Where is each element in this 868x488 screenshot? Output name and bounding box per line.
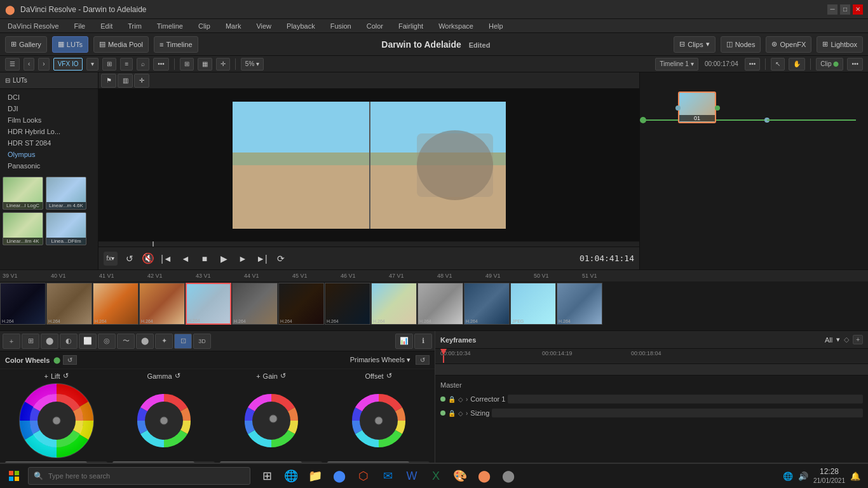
search-input[interactable] <box>48 472 245 480</box>
lift-wheel[interactable] <box>18 383 95 459</box>
pointer-tool[interactable]: ↖ <box>771 58 785 71</box>
loop-button[interactable]: ↺ <box>123 252 137 266</box>
clip-46[interactable]: H.264 <box>325 283 370 325</box>
start-button[interactable] <box>3 464 25 487</box>
clips-button[interactable]: ⊟ Clips ▾ <box>674 36 715 53</box>
color-tracker-button[interactable]: ◎ <box>98 334 116 349</box>
menu-clip[interactable]: Clip <box>196 21 213 31</box>
more-options-button[interactable]: ••• <box>153 58 169 71</box>
offset-wheel[interactable] <box>341 383 417 459</box>
color-resize-button[interactable]: ⊡ <box>174 334 192 349</box>
color-key-button[interactable]: ⬤ <box>136 334 154 349</box>
lut-item-hdr-st[interactable]: HDR ST 2084 <box>0 137 98 149</box>
davinciresolvebig-icon[interactable]: ⬤ <box>473 464 496 487</box>
vfx-io-label[interactable]: VFX IO <box>53 58 83 71</box>
color-window-button[interactable]: ⬜ <box>79 334 97 349</box>
zoom-level[interactable]: 5% ▾ <box>241 58 264 71</box>
word-icon[interactable]: W <box>400 464 423 487</box>
viewer-overlay-button[interactable]: ✛ <box>134 74 149 88</box>
search-button[interactable]: ⌕ <box>137 58 149 71</box>
step-forward-button[interactable]: ► <box>236 252 250 266</box>
kf-expand-icon[interactable]: › <box>466 396 468 403</box>
viewer-transform-button[interactable]: ✛ <box>216 58 230 71</box>
viewer-scrubber[interactable] <box>98 241 639 247</box>
color-qualify-button[interactable]: ◐ <box>60 334 78 349</box>
viewer-tools-button[interactable]: ⊞ <box>180 58 194 71</box>
forward-button[interactable]: › <box>38 58 49 71</box>
paint-icon[interactable]: 🎨 <box>449 464 471 487</box>
task-view-button[interactable]: ⊞ <box>255 464 278 487</box>
clip-40[interactable]: H.264 <box>46 283 92 325</box>
color-curves-button[interactable]: 〜 <box>117 334 135 349</box>
viewer-extra-more[interactable]: ••• <box>847 58 863 71</box>
color-scope-button[interactable]: 📊 <box>395 334 413 349</box>
lift-add-icon[interactable]: + <box>44 372 48 380</box>
color-blur-button[interactable]: ✦ <box>155 334 173 349</box>
clip-51[interactable]: H.264 <box>557 283 602 325</box>
lut-thumb-4[interactable]: Linea...DFilm <box>46 212 86 245</box>
gamma-wheel[interactable] <box>126 383 202 459</box>
gamma-reset-icon[interactable]: ↺ <box>175 372 180 380</box>
color-grab-button[interactable]: ⊞ <box>22 334 39 349</box>
notification-icon[interactable]: 🔔 <box>850 471 860 481</box>
menu-fusion[interactable]: Fusion <box>328 21 354 31</box>
list-view-button[interactable]: ≡ <box>120 58 133 71</box>
gain-reset-icon[interactable]: ↺ <box>280 372 286 380</box>
gain-add-icon[interactable]: + <box>256 372 260 380</box>
excel-icon[interactable]: X <box>424 464 447 487</box>
grid-view-button[interactable]: ⊞ <box>102 58 116 71</box>
lut-thumb-1[interactable]: Linear...I LogC <box>3 177 43 210</box>
lut-item-film[interactable]: Film Looks <box>0 114 98 126</box>
kf-add-button[interactable]: + <box>853 335 863 344</box>
sort-icon[interactable]: ▾ <box>86 58 98 71</box>
lut-thumb-2[interactable]: Linear...m 4.6K <box>46 177 86 210</box>
go-to-start-button[interactable]: |◄ <box>159 252 173 266</box>
clip-45[interactable]: H.264 <box>278 283 324 325</box>
menu-view[interactable]: View <box>254 21 274 31</box>
taskbar-app-extra[interactable]: ⬤ <box>497 464 520 487</box>
explorer-icon[interactable]: 📁 <box>304 464 327 487</box>
step-back-button[interactable]: ◄ <box>179 252 193 266</box>
menu-edit[interactable]: Edit <box>98 21 115 31</box>
play-button[interactable]: ▶ <box>217 252 231 266</box>
effects-button[interactable]: fx▾ <box>104 252 118 266</box>
clip-42[interactable]: H.264 <box>139 283 185 325</box>
color-3d-button[interactable]: 3D <box>193 334 211 349</box>
search-bar[interactable]: 🔍 <box>28 467 250 485</box>
panel-toggle-button[interactable]: ☰ <box>5 58 20 71</box>
color-record-button[interactable]: ⬤ <box>41 334 58 349</box>
edge-browser-icon[interactable]: 🌐 <box>280 464 302 487</box>
kf-sizing-expand[interactable]: › <box>466 410 468 417</box>
openfx-button[interactable]: ⊛ OpenFX <box>766 36 811 53</box>
minimize-button[interactable]: ─ <box>827 4 837 15</box>
menu-trim[interactable]: Trim <box>125 21 144 31</box>
menu-timeline[interactable]: Timeline <box>154 21 186 31</box>
viewer-flag-button[interactable]: ⚑ <box>101 74 116 88</box>
lightbox-button[interactable]: ⊞ Lightbox <box>817 36 863 53</box>
menu-davinci-resolve[interactable]: DaVinci Resolve <box>5 21 62 31</box>
lut-thumb-3[interactable]: Linear...Ilm 4K <box>3 212 43 245</box>
loop-toggle-button[interactable]: ⟳ <box>274 252 288 266</box>
color-wheels-restore[interactable]: ↺ <box>416 355 430 365</box>
menu-fairlight[interactable]: Fairlight <box>396 21 426 31</box>
media-pool-button[interactable]: ▤ Media Pool <box>93 36 149 53</box>
lut-item-hdr-hybrid[interactable]: HDR Hybrid Lo... <box>0 126 98 137</box>
kf-sizing-diamond[interactable]: ◇ <box>458 410 463 417</box>
mail-icon[interactable]: ✉ <box>376 464 399 487</box>
color-add-button[interactable]: + <box>3 334 20 349</box>
clip-44[interactable]: H.264 <box>232 283 278 325</box>
clip-43[interactable]: H.264 <box>186 283 231 325</box>
clip-mode[interactable]: Clip ⬤ <box>816 58 843 71</box>
go-to-end-button[interactable]: ►| <box>255 252 269 266</box>
node-01[interactable]: 01 <box>678 92 716 123</box>
back-button[interactable]: ‹ <box>24 58 34 71</box>
mute-icon[interactable]: 🔇 <box>142 252 154 264</box>
clip-50[interactable]: JPEG <box>510 283 556 325</box>
maximize-button[interactable]: □ <box>840 4 850 15</box>
viewer-audio-button[interactable]: ▦ <box>198 58 212 71</box>
hand-tool[interactable]: ✋ <box>789 58 805 71</box>
keyframes-dropdown-icon[interactable]: ▾ <box>836 336 840 344</box>
menu-playback[interactable]: Playback <box>284 21 318 31</box>
lut-item-dji[interactable]: DJI <box>0 103 98 114</box>
menu-mark[interactable]: Mark <box>223 21 243 31</box>
